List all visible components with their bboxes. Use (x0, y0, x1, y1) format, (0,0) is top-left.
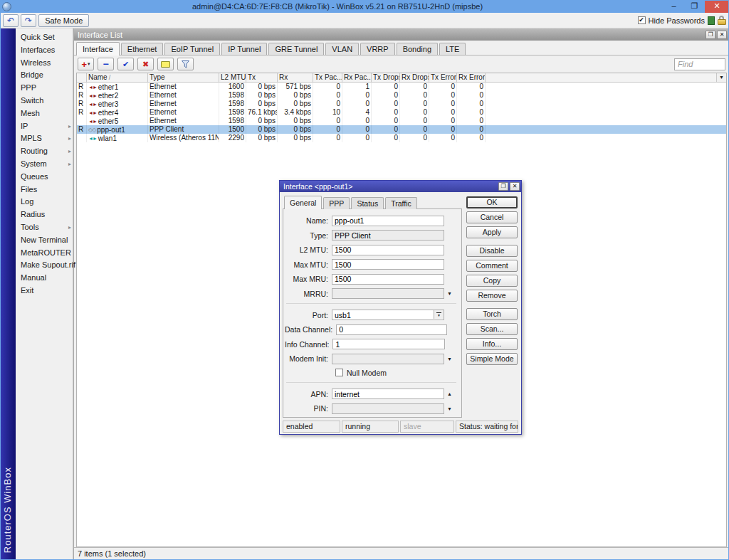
apply-button[interactable]: Apply (466, 226, 518, 238)
sidebar-item-switch[interactable]: Switch (16, 95, 73, 107)
pin-field[interactable] (332, 403, 444, 414)
data-channel-field[interactable] (336, 324, 447, 335)
port-select-dropdown-icon[interactable]: ▼ (434, 310, 444, 319)
column-tx-errors[interactable]: Tx Errors (429, 73, 457, 82)
restore-icon[interactable]: ❐ (706, 31, 715, 39)
tab-ppp[interactable]: PPP (323, 197, 350, 209)
tab-lte[interactable]: LTE (439, 43, 466, 55)
sidebar-item-radius[interactable]: Radius (16, 208, 73, 221)
simple-mode-button[interactable]: Simple Mode (466, 353, 518, 365)
column-tx[interactable]: Tx (246, 73, 278, 82)
comment-button[interactable] (157, 58, 174, 70)
column-l2mtu[interactable]: L2 MTU (219, 73, 246, 82)
table-row-ether2[interactable]: R ◄►ether2 Ethernet 1598 0 bps 0 bps 0 0… (77, 91, 726, 100)
sidebar-item-system[interactable]: System▸ (16, 158, 73, 171)
info-button[interactable]: Info... (466, 338, 518, 350)
sidebar-item-ip[interactable]: IP▸ (16, 120, 73, 133)
disable-button[interactable]: Disable (466, 245, 518, 257)
ok-button[interactable]: OK (466, 196, 518, 208)
sidebar-item-metarouter[interactable]: MetaROUTER (16, 247, 73, 260)
null-modem-checkbox[interactable] (335, 369, 343, 376)
sidebar-item-ppp[interactable]: PPP (16, 82, 73, 95)
sidebar-item-tools[interactable]: Tools▸ (16, 221, 73, 234)
scan-button[interactable]: Scan... (466, 323, 518, 335)
column-tx-drops[interactable]: Tx Drops (372, 73, 400, 82)
sidebar-item-quick-set[interactable]: Quick Set (16, 31, 73, 44)
minimize-button[interactable]: – (664, 0, 684, 13)
column-flag[interactable] (77, 73, 87, 82)
tab-eoip-tunnel[interactable]: EoIP Tunnel (164, 43, 220, 55)
tab-vlan[interactable]: VLAN (325, 43, 359, 55)
redo-button[interactable]: ↷ (21, 14, 36, 27)
tab-general[interactable]: General (284, 196, 322, 209)
port-field[interactable] (332, 310, 444, 320)
table-row-wlan1[interactable]: ◄►wlan1 Wireless (Atheros 11N) 2290 0 bp… (77, 134, 726, 142)
sidebar-item-bridge[interactable]: Bridge (16, 69, 73, 82)
comment-button[interactable]: Comment (466, 260, 518, 272)
tab-interface[interactable]: Interface (76, 42, 120, 56)
l2-mtu-field[interactable] (332, 245, 444, 255)
chevron-down-icon[interactable]: ▼ (444, 406, 455, 411)
mrru-field[interactable] (332, 288, 444, 299)
remove-interface-button[interactable]: − (98, 58, 114, 70)
hide-passwords-checkbox[interactable]: ✔ (638, 16, 646, 24)
apn-field[interactable] (332, 389, 444, 399)
sidebar-item-new-terminal[interactable]: New Terminal (16, 234, 73, 247)
sidebar-item-routing[interactable]: Routing▸ (16, 145, 73, 158)
column-name[interactable]: Name/ (87, 73, 148, 82)
name-field[interactable] (332, 216, 444, 226)
table-row-ether5[interactable]: ◄►ether5 Ethernet 1598 0 bps 0 bps 0 0 0… (77, 117, 726, 125)
table-row-ppp-out1-selected[interactable]: R ◇◇ppp-out1 PPP Client 1500 0 bps 0 bps… (77, 125, 726, 134)
tab-traffic[interactable]: Traffic (385, 197, 417, 209)
filter-button[interactable] (177, 58, 194, 70)
cancel-button[interactable]: Cancel (466, 211, 518, 223)
disable-interface-button[interactable]: ✖ (137, 58, 154, 70)
add-interface-button[interactable]: +▾ (78, 58, 94, 70)
restore-icon[interactable]: ❐ (498, 182, 508, 191)
column-rx-drops[interactable]: Rx Drops (400, 73, 429, 82)
sidebar-item-files[interactable]: Files (16, 184, 73, 196)
tab-vrrp[interactable]: VRRP (360, 43, 395, 55)
maximize-button[interactable]: ❐ (684, 0, 705, 13)
column-selector-dropdown[interactable]: ▼ (716, 73, 726, 82)
tab-status[interactable]: Status (351, 197, 384, 209)
sidebar-item-manual[interactable]: Manual (16, 272, 73, 285)
find-input[interactable] (674, 58, 725, 70)
max-mru-field[interactable] (332, 274, 444, 285)
column-type[interactable]: Type (148, 73, 219, 82)
table-row-ether3[interactable]: R ◄►ether3 Ethernet 1598 0 bps 0 bps 0 0… (77, 100, 726, 108)
tab-bonding[interactable]: Bonding (397, 43, 438, 55)
close-icon[interactable]: ✕ (717, 31, 727, 39)
safe-mode-button[interactable]: Safe Mode (38, 14, 89, 27)
chevron-up-icon[interactable]: ▲ (444, 391, 455, 396)
chevron-down-icon[interactable]: ▼ (444, 356, 455, 361)
undo-button[interactable]: ↶ (3, 14, 19, 27)
sidebar-item-exit[interactable]: Exit (16, 285, 73, 297)
sidebar-item-mesh[interactable]: Mesh (16, 107, 73, 120)
modem-init-field[interactable] (332, 354, 444, 364)
sidebar-item-make-supout[interactable]: Make Supout.rif (16, 259, 73, 272)
close-icon[interactable]: ✕ (510, 182, 520, 191)
copy-button[interactable]: Copy (466, 275, 518, 287)
table-row-ether1[interactable]: R ◄►ether1 Ethernet 1600 0 bps 571 bps 0… (77, 83, 726, 91)
info-channel-field[interactable] (332, 339, 445, 349)
column-rx-packets[interactable]: Rx Pac... (342, 73, 372, 82)
tab-ethernet[interactable]: Ethernet (121, 43, 164, 55)
enable-interface-button[interactable]: ✔ (117, 58, 134, 70)
sidebar-item-mpls[interactable]: MPLS▸ (16, 132, 73, 145)
sidebar-item-wireless[interactable]: Wireless (16, 57, 73, 70)
remove-button[interactable]: Remove (466, 290, 518, 302)
sidebar-item-log[interactable]: Log (16, 196, 73, 208)
close-button[interactable]: ✕ (705, 0, 729, 13)
tab-ip-tunnel[interactable]: IP Tunnel (221, 43, 267, 55)
sidebar-item-interfaces[interactable]: Interfaces (16, 44, 73, 57)
table-row-ether4[interactable]: R ◄►ether4 Ethernet 1598 76.1 kbps 3.4 k… (77, 108, 726, 117)
column-rx[interactable]: Rx (278, 73, 313, 82)
column-tx-packets[interactable]: Tx Pac... (313, 73, 342, 82)
chevron-down-icon[interactable]: ▼ (444, 291, 455, 296)
column-rx-errors[interactable]: Rx Errors (457, 73, 486, 82)
tab-gre-tunnel[interactable]: GRE Tunnel (268, 43, 324, 55)
sidebar-item-queues[interactable]: Queues (16, 171, 73, 184)
torch-button[interactable]: Torch (466, 308, 518, 320)
max-mtu-field[interactable] (332, 259, 444, 270)
